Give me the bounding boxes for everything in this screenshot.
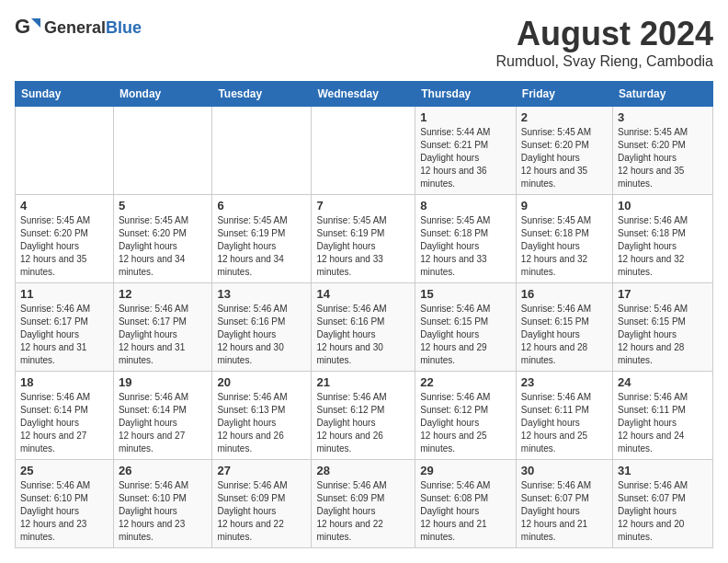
calendar-cell: 12 Sunrise: 5:46 AM Sunset: 6:17 PM Dayl… [113, 283, 211, 372]
week-row-4: 18 Sunrise: 5:46 AM Sunset: 6:14 PM Dayl… [16, 372, 713, 460]
main-title: August 2024 [495, 15, 713, 53]
day-info: Sunrise: 5:46 AM Sunset: 6:14 PM Dayligh… [20, 391, 108, 455]
calendar-cell: 20 Sunrise: 5:46 AM Sunset: 6:13 PM Dayl… [212, 372, 312, 460]
day-number: 9 [521, 199, 608, 213]
day-number: 26 [119, 464, 207, 477]
calendar-cell: 6 Sunrise: 5:45 AM Sunset: 6:19 PM Dayli… [212, 195, 312, 283]
calendar-cell: 8 Sunrise: 5:45 AM Sunset: 6:18 PM Dayli… [415, 195, 517, 283]
calendar-cell: 7 Sunrise: 5:45 AM Sunset: 6:19 PM Dayli… [312, 195, 415, 283]
day-info: Sunrise: 5:46 AM Sunset: 6:14 PM Dayligh… [119, 391, 207, 455]
day-info: Sunrise: 5:46 AM Sunset: 6:09 PM Dayligh… [316, 479, 410, 544]
week-row-1: 1 Sunrise: 5:44 AM Sunset: 6:21 PM Dayli… [16, 107, 713, 195]
svg-text:G: G [15, 15, 30, 38]
day-info: Sunrise: 5:45 AM Sunset: 6:18 PM Dayligh… [420, 214, 511, 279]
day-number: 23 [521, 375, 608, 389]
day-number: 27 [217, 464, 306, 477]
weekday-header-wednesday: Wednesday [312, 82, 415, 107]
day-info: Sunrise: 5:46 AM Sunset: 6:11 PM Dayligh… [521, 391, 608, 455]
calendar-cell: 4 Sunrise: 5:45 AM Sunset: 6:20 PM Dayli… [16, 195, 114, 283]
day-info: Sunrise: 5:44 AM Sunset: 6:21 PM Dayligh… [420, 126, 511, 190]
day-number: 12 [119, 287, 207, 301]
week-row-3: 11 Sunrise: 5:46 AM Sunset: 6:17 PM Dayl… [16, 283, 713, 372]
calendar-cell: 15 Sunrise: 5:46 AM Sunset: 6:15 PM Dayl… [415, 283, 517, 372]
calendar-cell: 11 Sunrise: 5:46 AM Sunset: 6:17 PM Dayl… [16, 283, 114, 372]
calendar-cell: 27 Sunrise: 5:46 AM Sunset: 6:09 PM Dayl… [212, 460, 312, 548]
day-number: 17 [618, 287, 708, 301]
day-info: Sunrise: 5:45 AM Sunset: 6:19 PM Dayligh… [217, 214, 306, 279]
calendar-cell: 31 Sunrise: 5:46 AM Sunset: 6:07 PM Dayl… [612, 460, 712, 548]
day-number: 20 [217, 375, 306, 389]
weekday-header-thursday: Thursday [415, 82, 517, 107]
day-info: Sunrise: 5:46 AM Sunset: 6:09 PM Dayligh… [217, 479, 306, 544]
day-number: 18 [20, 375, 108, 389]
subtitle: Rumduol, Svay Rieng, Cambodia [495, 53, 713, 70]
day-info: Sunrise: 5:46 AM Sunset: 6:10 PM Dayligh… [119, 479, 207, 544]
title-area: August 2024 Rumduol, Svay Rieng, Cambodi… [495, 15, 713, 70]
day-number: 2 [521, 110, 608, 124]
day-info: Sunrise: 5:46 AM Sunset: 6:18 PM Dayligh… [618, 214, 708, 279]
calendar-table: SundayMondayTuesdayWednesdayThursdayFrid… [15, 81, 713, 548]
day-info: Sunrise: 5:45 AM Sunset: 6:18 PM Dayligh… [521, 214, 608, 279]
logo: G GeneralBlue [15, 15, 142, 40]
day-number: 28 [316, 464, 410, 477]
calendar-cell: 24 Sunrise: 5:46 AM Sunset: 6:11 PM Dayl… [612, 372, 712, 460]
calendar-cell: 25 Sunrise: 5:46 AM Sunset: 6:10 PM Dayl… [16, 460, 114, 548]
day-info: Sunrise: 5:46 AM Sunset: 6:10 PM Dayligh… [20, 479, 108, 544]
day-number: 16 [521, 287, 608, 301]
calendar-header: SundayMondayTuesdayWednesdayThursdayFrid… [16, 82, 713, 107]
logo-icon: G [15, 15, 40, 40]
day-info: Sunrise: 5:45 AM Sunset: 6:20 PM Dayligh… [20, 214, 108, 279]
calendar-cell: 23 Sunrise: 5:46 AM Sunset: 6:11 PM Dayl… [516, 372, 612, 460]
day-info: Sunrise: 5:46 AM Sunset: 6:16 PM Dayligh… [316, 303, 410, 367]
day-number: 6 [217, 199, 306, 213]
calendar-cell [312, 107, 415, 195]
day-info: Sunrise: 5:46 AM Sunset: 6:15 PM Dayligh… [521, 303, 608, 367]
weekday-header-friday: Friday [516, 82, 612, 107]
week-row-5: 25 Sunrise: 5:46 AM Sunset: 6:10 PM Dayl… [16, 460, 713, 548]
calendar-cell: 1 Sunrise: 5:44 AM Sunset: 6:21 PM Dayli… [415, 107, 517, 195]
svg-marker-1 [31, 18, 40, 28]
calendar-body: 1 Sunrise: 5:44 AM Sunset: 6:21 PM Dayli… [16, 107, 713, 548]
day-info: Sunrise: 5:46 AM Sunset: 6:11 PM Dayligh… [618, 391, 708, 455]
day-number: 3 [618, 110, 708, 124]
calendar-cell: 26 Sunrise: 5:46 AM Sunset: 6:10 PM Dayl… [113, 460, 211, 548]
day-info: Sunrise: 5:46 AM Sunset: 6:15 PM Dayligh… [420, 303, 511, 367]
calendar-cell: 19 Sunrise: 5:46 AM Sunset: 6:14 PM Dayl… [113, 372, 211, 460]
weekday-header-tuesday: Tuesday [212, 82, 312, 107]
weekday-header-monday: Monday [113, 82, 211, 107]
day-number: 19 [119, 375, 207, 389]
calendar-cell [16, 107, 114, 195]
calendar-cell: 21 Sunrise: 5:46 AM Sunset: 6:12 PM Dayl… [312, 372, 415, 460]
day-number: 31 [618, 464, 708, 477]
day-number: 11 [20, 287, 108, 301]
logo-blue: Blue [106, 18, 142, 37]
calendar-cell: 30 Sunrise: 5:46 AM Sunset: 6:07 PM Dayl… [516, 460, 612, 548]
day-info: Sunrise: 5:46 AM Sunset: 6:08 PM Dayligh… [420, 479, 511, 544]
weekday-row: SundayMondayTuesdayWednesdayThursdayFrid… [16, 82, 713, 107]
day-number: 10 [618, 199, 708, 213]
calendar-cell [212, 107, 312, 195]
day-number: 22 [420, 375, 511, 389]
calendar-cell: 10 Sunrise: 5:46 AM Sunset: 6:18 PM Dayl… [612, 195, 712, 283]
calendar-cell: 17 Sunrise: 5:46 AM Sunset: 6:15 PM Dayl… [612, 283, 712, 372]
day-info: Sunrise: 5:46 AM Sunset: 6:07 PM Dayligh… [521, 479, 608, 544]
calendar-cell: 9 Sunrise: 5:45 AM Sunset: 6:18 PM Dayli… [516, 195, 612, 283]
calendar-cell: 3 Sunrise: 5:45 AM Sunset: 6:20 PM Dayli… [612, 107, 712, 195]
logo-general: General [44, 18, 106, 37]
day-info: Sunrise: 5:46 AM Sunset: 6:16 PM Dayligh… [217, 303, 306, 367]
day-number: 25 [20, 464, 108, 477]
calendar-cell: 2 Sunrise: 5:45 AM Sunset: 6:20 PM Dayli… [516, 107, 612, 195]
day-info: Sunrise: 5:46 AM Sunset: 6:07 PM Dayligh… [618, 479, 708, 544]
day-info: Sunrise: 5:45 AM Sunset: 6:20 PM Dayligh… [521, 126, 608, 190]
calendar-cell: 29 Sunrise: 5:46 AM Sunset: 6:08 PM Dayl… [415, 460, 517, 548]
day-info: Sunrise: 5:46 AM Sunset: 6:15 PM Dayligh… [618, 303, 708, 367]
calendar-cell: 16 Sunrise: 5:46 AM Sunset: 6:15 PM Dayl… [516, 283, 612, 372]
day-number: 29 [420, 464, 511, 477]
day-info: Sunrise: 5:45 AM Sunset: 6:20 PM Dayligh… [618, 126, 708, 190]
calendar-cell: 5 Sunrise: 5:45 AM Sunset: 6:20 PM Dayli… [113, 195, 211, 283]
calendar-cell: 28 Sunrise: 5:46 AM Sunset: 6:09 PM Dayl… [312, 460, 415, 548]
day-number: 30 [521, 464, 608, 477]
day-number: 7 [316, 199, 410, 213]
day-info: Sunrise: 5:46 AM Sunset: 6:17 PM Dayligh… [20, 303, 108, 367]
day-info: Sunrise: 5:46 AM Sunset: 6:13 PM Dayligh… [217, 391, 306, 455]
